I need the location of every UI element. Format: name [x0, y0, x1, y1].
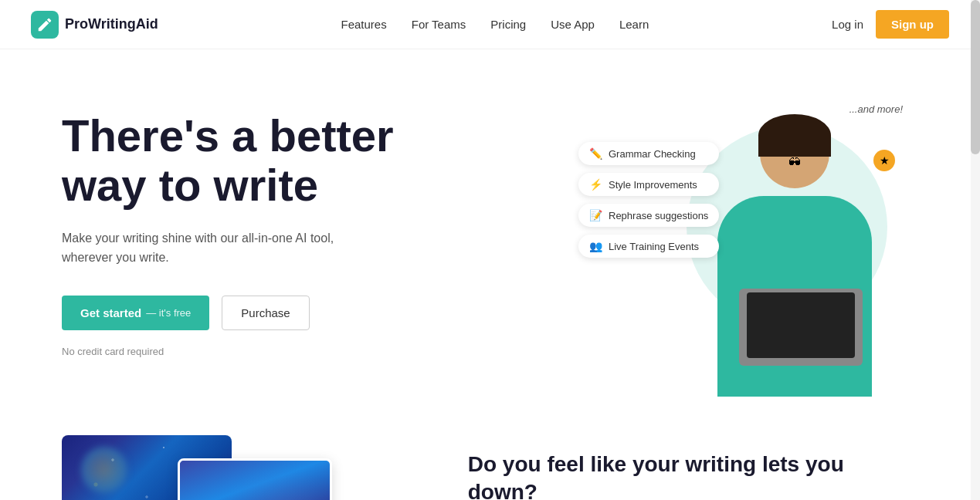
training-icon: 👥	[589, 240, 602, 252]
brand-logo	[31, 11, 59, 39]
brand-name: ProWritingAid	[65, 16, 158, 32]
nav-for-teams[interactable]: For Teams	[412, 18, 466, 31]
get-started-label: Get started	[80, 306, 141, 319]
hero-title-line2: way to write	[62, 160, 318, 210]
blue-swirl-image	[178, 458, 332, 500]
feature-tags: ✏️ Grammar Checking ⚡ Style Improvements…	[578, 142, 719, 258]
grammar-icon: ✏️	[589, 147, 602, 160]
nav-features[interactable]: Features	[341, 18, 387, 31]
navbar-links: Features For Teams Pricing Use App Learn	[341, 18, 649, 31]
hero-visual: 🕶 ★ ✏️ Grammar Checking ⚡ Style Improvem…	[625, 96, 918, 389]
get-started-button[interactable]: Get started — it's free	[62, 296, 209, 330]
rephrase-icon: 📝	[589, 209, 602, 221]
signup-button[interactable]: Sign up	[876, 10, 949, 39]
more-tag: ...and more!	[849, 103, 903, 115]
brand-logo-icon	[36, 16, 53, 33]
nav-learn[interactable]: Learn	[619, 18, 649, 31]
floating-star: ★	[873, 150, 895, 171]
bottom-section: My idea in my head Do you feel like your…	[0, 420, 980, 500]
feature-tag-rephrase: 📝 Rephrase suggestions	[578, 204, 719, 227]
rephrase-label: Rephrase suggestions	[609, 210, 708, 221]
person-glasses: 🕶	[788, 156, 801, 170]
feature-tag-training: 👥 Live Training Events	[578, 235, 719, 258]
bottom-text: Do you feel like your writing lets you d…	[468, 435, 918, 500]
person-laptop	[739, 289, 863, 366]
blue-swirl-bg	[180, 461, 330, 500]
feature-tag-style: ⚡ Style Improvements	[578, 173, 719, 196]
hero-subtitle: Make your writing shine with our all-in-…	[62, 228, 355, 268]
login-button[interactable]: Log in	[832, 18, 863, 31]
nav-use-app[interactable]: Use App	[551, 18, 595, 31]
hero-title: There's a better way to write	[62, 111, 533, 210]
grammar-label: Grammar Checking	[609, 148, 696, 160]
navbar-actions: Log in Sign up	[832, 10, 949, 39]
purchase-button[interactable]: Purchase	[222, 296, 309, 330]
image-stack: My idea in my head	[62, 435, 355, 500]
style-icon: ⚡	[589, 178, 602, 191]
free-tag: — it's free	[146, 307, 191, 319]
hero-content: There's a better way to write Make your …	[62, 96, 533, 357]
starry-swirl	[81, 447, 127, 493]
bottom-image-area: My idea in my head	[62, 435, 422, 500]
no-credit-text: No credit card required	[62, 346, 533, 357]
feature-tag-grammar: ✏️ Grammar Checking	[578, 142, 719, 165]
laptop-screen	[747, 292, 855, 358]
bottom-title: Do you feel like your writing lets you d…	[468, 451, 918, 500]
style-label: Style Improvements	[609, 179, 697, 191]
hero-buttons: Get started — it's free Purchase	[62, 296, 533, 330]
hero-title-line1: There's a better	[62, 110, 394, 160]
brand[interactable]: ProWritingAid	[31, 11, 158, 39]
nav-pricing[interactable]: Pricing	[490, 18, 526, 31]
hero-section: There's a better way to write Make your …	[0, 49, 980, 420]
training-label: Live Training Events	[609, 241, 699, 252]
person-hair	[758, 114, 831, 157]
navbar: ProWritingAid Features For Teams Pricing…	[0, 0, 980, 49]
